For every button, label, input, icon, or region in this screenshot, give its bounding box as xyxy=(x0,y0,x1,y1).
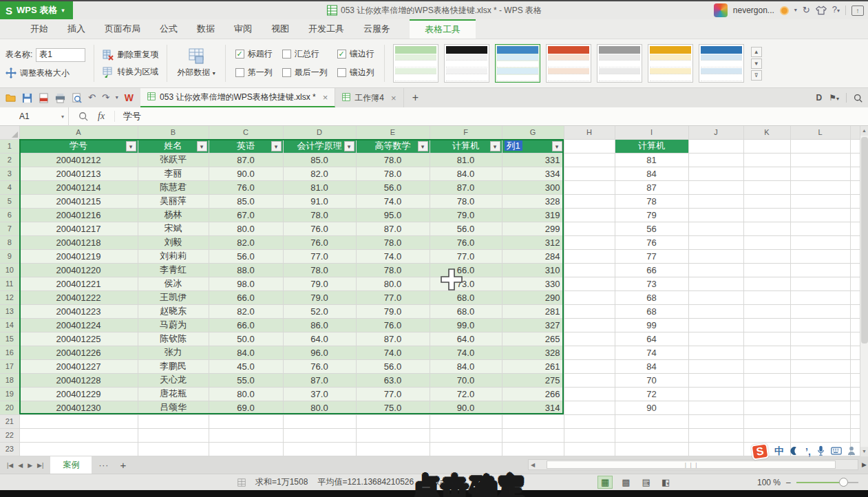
formula-input[interactable]: 学号 xyxy=(115,110,141,123)
cell-F8[interactable]: 76.0 xyxy=(430,235,502,249)
cell-C13[interactable]: 82.0 xyxy=(209,304,283,318)
account-badge-icon[interactable] xyxy=(780,6,789,15)
cell-J8[interactable] xyxy=(688,235,743,249)
cell-E15[interactable]: 87.0 xyxy=(356,332,430,346)
open-folder-icon[interactable] xyxy=(6,93,16,103)
cell-E6[interactable]: 95.0 xyxy=(356,208,430,222)
cell-D19[interactable]: 37.0 xyxy=(283,387,356,401)
ribbon-option-第一列[interactable]: 第一列 xyxy=(235,67,273,78)
filter-dropdown-icon[interactable]: ▾ xyxy=(418,141,428,151)
cell-C16[interactable]: 84.0 xyxy=(209,346,283,359)
gallery-more-icon[interactable]: ⊽ xyxy=(751,70,762,81)
cell-H16[interactable] xyxy=(564,346,615,359)
cell-F13[interactable]: 68.0 xyxy=(430,304,502,318)
cell-A15[interactable]: 200401225 xyxy=(19,332,138,346)
row-header-14[interactable]: 14 xyxy=(0,318,19,332)
first-sheet-icon[interactable]: |◀ xyxy=(7,462,13,469)
menu-tab-插入[interactable]: 插入 xyxy=(58,19,95,39)
cell-K11[interactable] xyxy=(743,277,790,290)
cell-J19[interactable] xyxy=(688,387,743,401)
cell-G8[interactable]: 312 xyxy=(502,235,564,249)
cell-E23[interactable] xyxy=(356,442,430,456)
horizontal-scroll-thumb[interactable]: ❘❘❘ xyxy=(547,461,836,469)
cell-H18[interactable] xyxy=(564,373,615,387)
cell-B11[interactable]: 侯冰 xyxy=(138,277,209,290)
row-header-17[interactable]: 17 xyxy=(0,359,19,373)
cell-F19[interactable]: 72.0 xyxy=(430,387,502,401)
cell-J13[interactable] xyxy=(688,304,743,318)
tab-table-tools[interactable]: 表格工具 xyxy=(410,19,476,39)
cell-I20[interactable]: 90 xyxy=(615,401,688,414)
table-header-cell-C1[interactable]: 英语▾ xyxy=(209,139,283,153)
cell-G4[interactable]: 300 xyxy=(502,180,564,194)
scroll-left-icon[interactable]: ◀ xyxy=(529,462,537,468)
cell-F2[interactable]: 81.0 xyxy=(430,153,502,167)
ribbon-option-最后一列[interactable]: 最后一列 xyxy=(282,67,328,78)
row-header-12[interactable]: 12 xyxy=(0,290,19,304)
cell-F12[interactable]: 68.0 xyxy=(430,290,502,304)
cell-G12[interactable]: 290 xyxy=(502,290,564,304)
cell-K20[interactable] xyxy=(743,401,790,414)
ime-microphone-icon[interactable] xyxy=(817,445,825,458)
view-fullscreen-icon[interactable]: ◧▾ xyxy=(659,476,672,488)
cell-G13[interactable]: 281 xyxy=(502,304,564,318)
cell-B7[interactable]: 宋斌 xyxy=(138,222,209,235)
column-header-G[interactable]: G xyxy=(502,126,564,139)
cell-C14[interactable]: 66.0 xyxy=(209,318,283,332)
column-header-D[interactable]: D xyxy=(283,126,356,139)
cell-F17[interactable]: 84.0 xyxy=(430,359,502,373)
cell-D6[interactable]: 78.0 xyxy=(283,208,356,222)
save-icon[interactable] xyxy=(22,93,32,103)
cell-J10[interactable] xyxy=(688,263,743,277)
table-style-gold-header[interactable] xyxy=(648,44,693,83)
menu-tab-视图[interactable]: 视图 xyxy=(262,19,299,39)
avatar[interactable] xyxy=(714,3,728,17)
vertical-scroll-thumb[interactable] xyxy=(861,137,868,343)
ime-language-icon[interactable]: 中 xyxy=(774,445,784,458)
cell-D12[interactable]: 79.0 xyxy=(283,290,356,304)
account-name[interactable]: nevergon... xyxy=(733,6,774,15)
cell-F3[interactable]: 84.0 xyxy=(430,167,502,180)
cell-L16[interactable] xyxy=(790,346,850,359)
cell-F18[interactable]: 70.0 xyxy=(430,373,502,387)
skin-tshirt-icon[interactable] xyxy=(816,6,827,15)
cell-D18[interactable]: 87.0 xyxy=(283,373,356,387)
select-all-corner[interactable] xyxy=(0,126,19,139)
cell-I6[interactable]: 79 xyxy=(615,208,688,222)
row-header-3[interactable]: 3 xyxy=(0,167,19,180)
filter-dropdown-icon[interactable]: ▾ xyxy=(126,141,136,151)
cell-J20[interactable] xyxy=(688,401,743,414)
cell-L15[interactable] xyxy=(790,332,850,346)
filter-dropdown-icon[interactable]: ▾ xyxy=(344,141,354,151)
cell-H9[interactable] xyxy=(564,249,615,263)
cell-H8[interactable] xyxy=(564,235,615,249)
cell-D14[interactable]: 86.0 xyxy=(283,318,356,332)
cell-J21[interactable] xyxy=(688,414,743,428)
cell-I7[interactable]: 56 xyxy=(615,222,688,235)
menu-tab-公式[interactable]: 公式 xyxy=(150,19,187,39)
cell-K2[interactable] xyxy=(743,153,790,167)
cell-B21[interactable] xyxy=(138,414,209,428)
external-data-button[interactable]: 外部数据 ▾ xyxy=(171,42,220,85)
flag-menu-icon[interactable]: ⚑▾ xyxy=(829,93,839,103)
view-page-layout-icon[interactable]: ▤▾ xyxy=(639,476,653,488)
cell-B3[interactable]: 李丽 xyxy=(138,167,209,180)
cell-L18[interactable] xyxy=(790,373,850,387)
cell-H11[interactable] xyxy=(564,277,615,290)
chevron-down-icon[interactable]: ▾ xyxy=(61,114,64,120)
cell-F20[interactable]: 90.0 xyxy=(430,401,502,414)
cell-F21[interactable] xyxy=(430,414,502,428)
close-tab-icon[interactable]: × xyxy=(388,93,396,103)
cell-J7[interactable] xyxy=(688,222,743,235)
cell-G11[interactable]: 330 xyxy=(502,277,564,290)
cell-J18[interactable] xyxy=(688,373,743,387)
cell-B4[interactable]: 陈慧君 xyxy=(138,180,209,194)
table-header-cell-E1[interactable]: 高等数学▾ xyxy=(356,139,430,153)
scroll-up-icon[interactable]: ▲ xyxy=(860,126,868,136)
cell-G17[interactable]: 261 xyxy=(502,359,564,373)
cell-G7[interactable]: 299 xyxy=(502,222,564,235)
cell-H20[interactable] xyxy=(564,401,615,414)
cell-L10[interactable] xyxy=(790,263,850,277)
cell-B17[interactable]: 李鹏民 xyxy=(138,359,209,373)
cell-G14[interactable]: 327 xyxy=(502,318,564,332)
